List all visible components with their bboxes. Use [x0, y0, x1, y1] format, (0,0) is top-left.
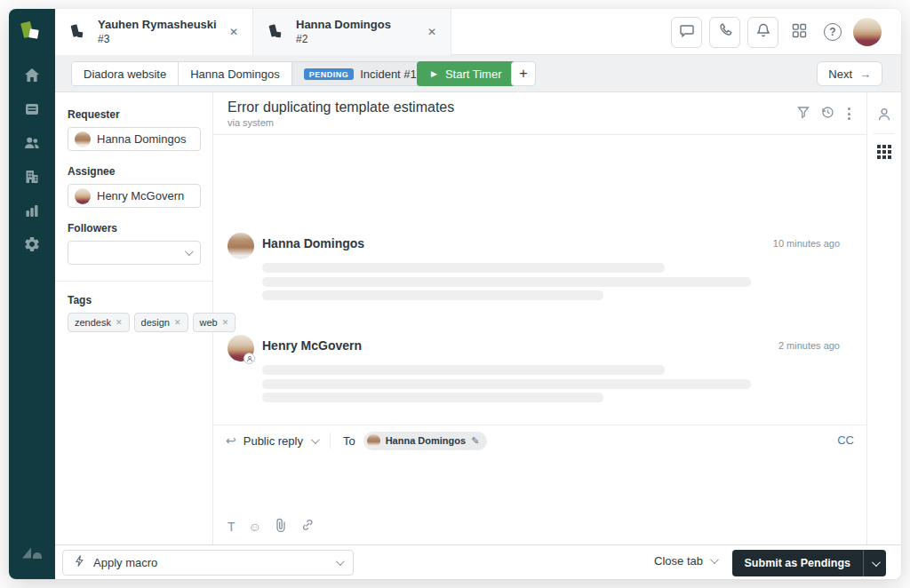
close-icon[interactable]: ✕ [226, 22, 242, 42]
sidebar-item-home[interactable] [9, 60, 55, 94]
tag-chip[interactable]: zendesk ✕ [68, 313, 130, 332]
play-icon: ▶ [431, 69, 437, 78]
tag-chip[interactable]: design ✕ [134, 313, 188, 332]
text-format-icon[interactable]: T [228, 520, 235, 534]
phone-button[interactable] [709, 17, 740, 48]
chevron-down-icon [185, 247, 194, 256]
tab-number: #3 [98, 33, 226, 46]
emoji-icon[interactable]: ☺ [249, 520, 261, 534]
agent-badge-icon [243, 353, 255, 364]
ticket-icon [267, 23, 283, 41]
tag-label: zendesk [75, 317, 111, 328]
tag-label: design [141, 317, 170, 328]
breadcrumb-person[interactable]: Hanna Domingos [179, 62, 291, 85]
edit-icon[interactable]: ✎ [471, 435, 479, 447]
ticket-breadcrumb: Diadora website Hanna Domingos PENDING I… [71, 61, 429, 86]
ticket-tab-2[interactable]: Hanna Domingos #2 ✕ [253, 9, 451, 55]
chevron-down-icon [336, 557, 345, 566]
reply-composer: ↩ Public reply To Hanna Domingos ✎ CC T … [213, 425, 866, 544]
divider [55, 281, 212, 282]
apply-macro-select[interactable]: Apply macro [62, 550, 354, 576]
history-icon[interactable] [820, 105, 834, 123]
app-window: Yauhen Rymasheuski #3 ✕ Hanna Domingos #… [9, 9, 901, 579]
help-icon: ? [824, 23, 842, 41]
tags-field[interactable]: zendesk ✕ design ✕ web ✕ [68, 313, 200, 332]
assignee-field[interactable]: Henry McGovern [68, 184, 201, 208]
to-label: To [343, 434, 355, 448]
requester-label: Requester [68, 108, 200, 121]
top-header: Yauhen Rymasheuski #3 ✕ Hanna Domingos #… [55, 9, 901, 55]
conversation-header: Error duplicating template estimates via… [213, 92, 866, 135]
kebab-menu-icon[interactable] [844, 106, 854, 122]
user-avatar[interactable] [853, 18, 882, 46]
chat-icon [679, 22, 695, 42]
macro-bolt-icon [74, 554, 85, 571]
sidebar-item-reports[interactable] [9, 195, 55, 229]
ticket-title: Error duplicating template estimates [228, 99, 454, 115]
reports-icon [23, 202, 41, 223]
grid-icon [791, 22, 808, 43]
tab-title: Hanna Domingos [296, 18, 424, 32]
cc-button[interactable]: CC [837, 433, 854, 447]
chat-button[interactable] [671, 17, 702, 48]
inbox-icon [23, 100, 41, 122]
avatar [367, 434, 380, 448]
macro-placeholder: Apply macro [93, 556, 328, 569]
close-icon[interactable]: ✕ [424, 22, 440, 42]
remove-tag-icon[interactable]: ✕ [174, 318, 181, 327]
breadcrumb-incident[interactable]: PENDING Incident #1 [292, 62, 428, 85]
add-button[interactable]: + [511, 61, 536, 86]
message-author: Hanna Domingos [262, 236, 364, 250]
conversation-panel: Error duplicating template estimates via… [213, 92, 866, 544]
remove-tag-icon[interactable]: ✕ [116, 318, 123, 327]
start-timer-button[interactable]: ▶ Start Timer [417, 61, 516, 86]
chevron-down-icon [710, 555, 719, 564]
person-icon[interactable] [875, 107, 893, 123]
close-tab-button[interactable]: Close tab [654, 554, 716, 568]
home-icon [23, 67, 41, 88]
message-timestamp: 10 minutes ago [773, 238, 840, 249]
avatar [75, 131, 91, 147]
requester-value: Hanna Domingos [97, 132, 186, 146]
apps-grid-icon[interactable] [877, 145, 892, 159]
apps-button[interactable] [786, 19, 812, 45]
notifications-button[interactable] [747, 17, 778, 48]
sidebar-item-customers[interactable] [9, 128, 55, 162]
message-body-placeholder [262, 263, 751, 305]
followers-select[interactable] [68, 241, 201, 265]
requester-field[interactable]: Hanna Domingos [68, 127, 201, 151]
help-button[interactable]: ? [819, 19, 846, 45]
link-icon[interactable] [300, 518, 315, 536]
filter-icon[interactable] [796, 105, 810, 123]
ticket-tab-1[interactable]: Yauhen Rymasheuski #3 ✕ [55, 9, 253, 55]
breadcrumb-site[interactable]: Diadora website [72, 62, 179, 85]
ticket-icon [69, 23, 85, 41]
close-tab-label: Close tab [654, 554, 703, 568]
sidebar-item-settings[interactable] [9, 229, 55, 263]
submit-options-button[interactable] [863, 550, 886, 576]
tags-label: Tags [68, 294, 200, 306]
sidebar-item-inbox[interactable] [9, 94, 55, 128]
plus-icon: + [519, 66, 527, 82]
submit-as-pending-button[interactable]: Submit as Pendings [732, 550, 863, 576]
reply-text-area[interactable] [213, 456, 866, 516]
message-body-placeholder [262, 365, 751, 407]
reply-type-selector[interactable]: Public reply [243, 434, 303, 448]
sidebar-item-organizations[interactable] [9, 162, 55, 195]
main-navigation [9, 9, 55, 579]
divider [874, 133, 895, 134]
recipient-pill[interactable]: Hanna Domingos ✎ [363, 432, 488, 450]
organization-icon [23, 168, 41, 189]
next-button[interactable]: Next → [817, 61, 882, 86]
message-timestamp: 2 minutes ago [778, 340, 840, 351]
avatar [75, 188, 91, 204]
tab-title: Yauhen Rymasheuski [98, 18, 226, 32]
people-icon [23, 134, 41, 155]
assignee-label: Assignee [68, 165, 200, 178]
brand-logo [20, 21, 44, 44]
chevron-down-icon[interactable] [311, 435, 320, 444]
right-rail [866, 92, 901, 544]
start-timer-label: Start Timer [445, 68, 502, 81]
ticket-via: via system [228, 117, 274, 128]
attachment-icon[interactable] [275, 518, 287, 536]
